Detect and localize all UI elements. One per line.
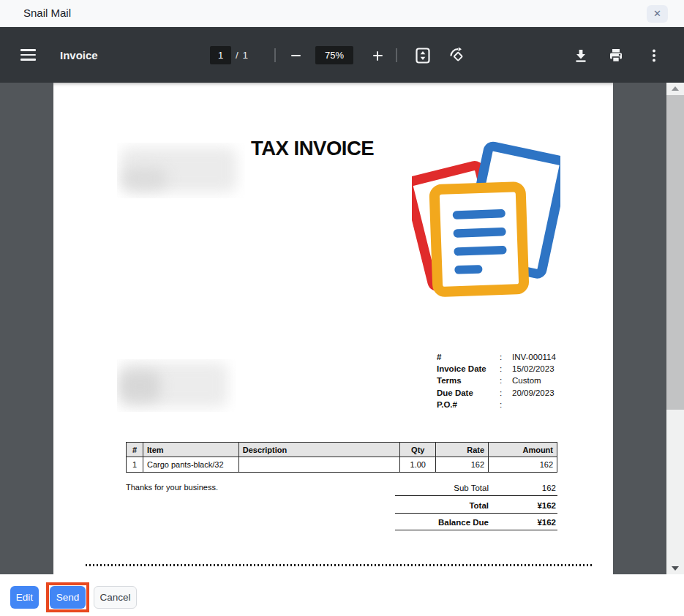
redacted-company-logo (117, 143, 245, 198)
subtotal-row: Sub Total 162 (395, 481, 557, 496)
modal-header: Snail Mail ✕ (0, 0, 684, 27)
pdf-viewer-area: TAX INVOICE (0, 83, 684, 574)
zoom-level-value[interactable]: 75% (315, 46, 353, 64)
pdf-document-title: Invoice (60, 27, 98, 83)
balance-due-row: Balance Due ¥162 (395, 515, 557, 530)
cell-rate: 162 (436, 457, 489, 473)
rotate-icon[interactable] (448, 47, 466, 64)
documents-logo-icon (412, 141, 560, 297)
detail-row: P.O.# : (437, 399, 598, 410)
table-header-row: # Item Description Qty Rate Amount (127, 443, 557, 457)
detail-row: # : INV-000114 (437, 351, 598, 363)
scroll-down-icon[interactable] (666, 563, 684, 574)
cell-description (238, 457, 400, 473)
totals-section: Sub Total 162 Total ¥162 Balance Due ¥16… (395, 481, 557, 530)
fit-page-icon[interactable] (414, 47, 432, 64)
total-row: Total ¥162 (395, 498, 557, 514)
send-button[interactable]: Send (50, 586, 86, 609)
col-header: Qty (400, 443, 436, 457)
col-header: # (127, 443, 143, 457)
print-icon[interactable] (607, 47, 625, 64)
detail-row: Invoice Date : 15/02/2023 (437, 363, 598, 375)
thanks-note: Thanks for your business. (126, 483, 218, 492)
col-header: Item (143, 443, 238, 457)
col-header: Rate (436, 443, 489, 457)
invoice-heading: TAX INVOICE (251, 137, 374, 160)
zoom-out-icon[interactable] (287, 47, 304, 64)
zoom-in-icon[interactable] (369, 47, 386, 64)
vertical-scrollbar[interactable] (666, 83, 684, 574)
invoice-details: # : INV-000114 Invoice Date : 15/02/2023… (437, 351, 598, 410)
detail-row: Terms : Custom (437, 375, 598, 386)
toolbar-divider (274, 48, 276, 62)
menu-icon[interactable] (20, 27, 36, 83)
more-options-icon[interactable] (645, 47, 663, 64)
scrollbar-thumb[interactable] (666, 95, 684, 410)
snail-mail-modal: Snail Mail ✕ Invoice 1 / 1 75% (0, 0, 684, 616)
col-header: Description (238, 443, 400, 457)
send-button-highlight: Send (46, 582, 89, 612)
page-count-label: / 1 (236, 27, 249, 83)
cancel-button[interactable]: Cancel (94, 586, 137, 609)
col-header: Amount (489, 443, 557, 457)
detail-row: Due Date : 20/09/2023 (437, 387, 598, 399)
modal-title: Snail Mail (23, 0, 71, 26)
invoice-page: TAX INVOICE (53, 83, 613, 574)
cell-number: 1 (127, 457, 143, 473)
table-row: 1 Cargo pants-black/32 1.00 162 162 (127, 457, 557, 473)
close-icon[interactable]: ✕ (647, 5, 668, 23)
cell-qty: 1.00 (400, 457, 436, 473)
toolbar-divider (396, 48, 397, 62)
line-items-table: # Item Description Qty Rate Amount 1 Car… (126, 442, 557, 473)
redacted-customer-info (117, 359, 236, 412)
cell-item: Cargo pants-black/32 (143, 457, 238, 473)
perforation-dotted-line (86, 564, 592, 566)
action-bar: Edit Send Cancel (0, 574, 684, 616)
edit-button[interactable]: Edit (10, 586, 39, 609)
pdf-toolbar: Invoice 1 / 1 75% (0, 27, 684, 83)
page-number-input[interactable]: 1 (210, 46, 231, 64)
cell-amount: 162 (489, 457, 557, 473)
scroll-up-icon[interactable] (666, 83, 684, 94)
download-icon[interactable] (572, 47, 590, 64)
